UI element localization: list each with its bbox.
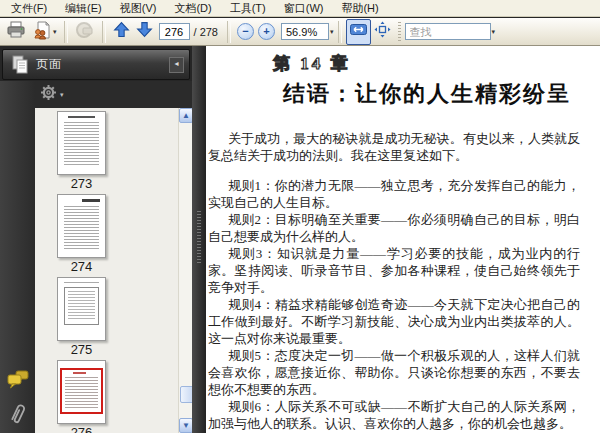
thumbnail-page-276-current[interactable]: 276 [35, 360, 192, 433]
rule-paragraph-2: 规则2：目标明确至关重要——你必须明确自己的目标，明白自己想要成为什么样的人。 [208, 211, 580, 245]
sidebar-tab-strip [0, 81, 35, 433]
collapse-panel-button[interactable]: ◂ [169, 57, 184, 73]
zoom-out-button[interactable]: − [237, 23, 254, 40]
panel-options-row: ▾ [35, 81, 192, 108]
rule-paragraph-5: 规则5：态度决定一切——做一个积极乐观的人，这样人们就会喜欢你，愿意接近你、帮助… [208, 347, 580, 398]
collaborate-button-disabled [72, 19, 98, 45]
rule-paragraph-4: 规则4：精益求精能够创造奇迹——今天就下定决心把自己的工作做到最好。不断学习新技… [208, 296, 580, 347]
find-dropdown-caret[interactable]: ▾ [492, 28, 496, 36]
menu-file[interactable]: 文件(F) [2, 0, 56, 17]
toolbar: ▾ / 27 [0, 18, 600, 46]
fit-width-button[interactable] [346, 19, 371, 45]
rule-paragraph-1: 规则1：你的潜力无限——独立思考，充分发挥自己的能力，实现自己的人生目标。 [208, 177, 580, 211]
thumbnail-page-273[interactable]: 273 [35, 111, 192, 191]
page-number-input[interactable] [159, 23, 190, 40]
menu-document[interactable]: 文档(D) [165, 0, 220, 17]
toolbar-separator [227, 21, 231, 43]
thumbnail-list: 273 274 275 [35, 108, 192, 433]
pages-tab-icon[interactable] [3, 55, 36, 75]
splitter-grip [197, 211, 201, 263]
zoom-level-box[interactable]: 56.9% [281, 23, 329, 40]
chapter-heading: 第 14 章 [273, 52, 351, 75]
arrow-up-icon [113, 21, 130, 42]
current-view-indicator [60, 368, 103, 414]
chevron-down-icon: ▾ [53, 28, 57, 36]
panel-splitter[interactable] [192, 46, 206, 433]
menu-tools[interactable]: 工具(T) [221, 0, 275, 17]
printer-icon [6, 21, 26, 43]
gear-icon[interactable] [40, 84, 57, 105]
toolbar-drag-grip[interactable] [398, 22, 401, 42]
menu-help[interactable]: 帮助(H) [332, 0, 387, 17]
panel-title: 页面 [36, 56, 62, 73]
collaborate-icon [75, 20, 95, 44]
thumbnail-label: 273 [55, 176, 108, 191]
navigation-sidebar: 页面 ◂ [0, 46, 192, 433]
fit-width-icon [349, 22, 368, 41]
thumbnail-page-275[interactable]: 275 [35, 277, 192, 357]
thumbnail-label: 275 [55, 342, 108, 357]
fit-page-icon [374, 21, 391, 42]
options-caret-icon[interactable]: ▾ [60, 91, 64, 99]
thumbnail-label: 276 [55, 425, 108, 433]
thumbnail-scrollbar[interactable]: ▲ ▼ [178, 108, 192, 433]
toolbar-separator [102, 21, 106, 43]
thumbnail-label: 274 [55, 259, 108, 274]
pages-panel: ▾ 273 274 [35, 81, 192, 433]
zoom-level-value: 56.9% [286, 26, 317, 38]
document-body: 关于成功，最大的秘诀就是成功无秘诀。有史以来，人类就反复总结关于成功的法则。我在… [208, 130, 580, 433]
toolbar-separator [338, 21, 342, 43]
menu-bar: 文件(F) 编辑(E) 视图(V) 文档(D) 工具(T) 窗口(W) 帮助(H… [0, 0, 600, 17]
share-review-button[interactable]: ▾ [29, 19, 60, 45]
zoom-in-button[interactable]: + [258, 23, 275, 40]
comments-tab[interactable] [7, 368, 29, 390]
rule-paragraph-6: 规则6：人际关系不可或缺——不断扩大自己的人际关系网，加强与他人的联系。认识、喜… [208, 398, 580, 432]
attachments-tab[interactable] [7, 403, 29, 425]
pdf-reader-window: 文件(F) 编辑(E) 视图(V) 文档(D) 工具(T) 窗口(W) 帮助(H… [0, 0, 600, 433]
previous-page-button[interactable] [110, 19, 133, 45]
paperclip-icon [8, 402, 28, 426]
rule-paragraph-3: 规则3：知识就是力量——学习必要的技能，成为业内的行家。坚持阅读、听录音节目、参… [208, 245, 580, 296]
menu-view[interactable]: 视图(V) [111, 0, 166, 17]
next-page-button[interactable] [133, 19, 156, 45]
document-page[interactable]: 第 14 章 结语：让你的人生精彩纷呈 关于成功，最大的秘诀就是成功无秘诀。有史… [206, 46, 600, 433]
arrow-down-icon [136, 21, 153, 42]
find-input[interactable] [405, 23, 491, 40]
find-group: ▾ [405, 23, 496, 40]
menu-window[interactable]: 窗口(W) [275, 0, 333, 17]
toolbar-separator [64, 21, 68, 43]
scroll-up-button[interactable]: ▲ [179, 108, 192, 123]
scrollbar-thumb[interactable] [180, 386, 192, 403]
comments-icon [7, 369, 29, 389]
intro-paragraph: 关于成功，最大的秘诀就是成功无秘诀。有史以来，人类就反复总结关于成功的法则。我在… [208, 130, 580, 164]
menu-edit[interactable]: 编辑(E) [56, 0, 111, 17]
page-total-label: / 278 [194, 26, 218, 38]
scroll-down-button[interactable]: ▼ [179, 418, 192, 433]
fit-page-button[interactable] [371, 19, 394, 45]
zoom-dropdown-caret[interactable]: ▾ [330, 28, 334, 36]
print-button[interactable] [3, 19, 29, 45]
share-review-icon [32, 20, 52, 44]
pages-panel-header: 页面 ◂ [2, 49, 190, 80]
thumbnail-page-274[interactable]: 274 [35, 194, 192, 274]
page-title: 结语：让你的人生精彩纷呈 [283, 79, 571, 109]
